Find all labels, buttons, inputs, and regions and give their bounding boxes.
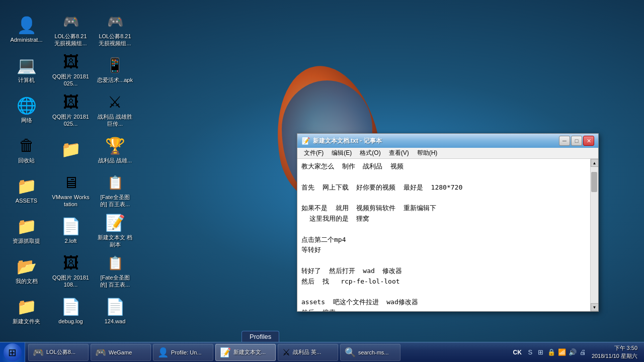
tray-clock[interactable]: 下午 3:50 2018/11/10 星期六 (589, 344, 640, 360)
resources-label: 资源抓取提 (13, 238, 40, 244)
computer-label: 计算机 (18, 77, 35, 83)
124wad-label: 124.wad (105, 318, 126, 325)
new-txt-label: 新建文本文 档副本 (96, 234, 134, 247)
menu-file[interactable]: 文件(F) (300, 148, 328, 158)
my-doc-icon: 📂 (17, 256, 37, 277)
start-button[interactable]: ⊞ (0, 342, 25, 363)
tray-icon-network[interactable]: 📶 (557, 348, 567, 357)
scroll-down-button[interactable]: ▼ (591, 303, 599, 311)
lol821-2-label: LOL公募8.21 无损视频组... (96, 33, 134, 46)
wegame-taskbar-icon: 🎮 (95, 347, 106, 358)
qq-photo-icon: 🖼 (61, 52, 81, 72)
tray-icon-volume[interactable]: 🔊 (568, 348, 577, 357)
tray-icon-lock[interactable]: 🔒 (547, 348, 556, 357)
notepad-menubar: 文件(F) 编辑(E) 格式(O) 查看(V) 帮助(H) (297, 148, 598, 159)
scrollbar-track[interactable] (591, 167, 598, 303)
taskbar-item-new-txt[interactable]: 📝 新建文本文... (215, 344, 276, 361)
network-icon: 🌐 (17, 96, 37, 116)
desktop-icon-resources[interactable]: 📁 资源抓取提 (5, 210, 48, 250)
desktop-icon-124wad[interactable]: 📄 124.wad (94, 291, 136, 331)
qq-img2-label: QQ图片 20181108... (52, 275, 90, 288)
taskbar-item-lol[interactable]: 🎮 LOL公募8... (28, 344, 89, 361)
battle-taskbar-label: 战利品 英... (293, 348, 321, 356)
tray-icon-s[interactable]: S (526, 348, 535, 357)
scrollbar-thumb[interactable] (591, 172, 597, 192)
desktop-icon-vmware[interactable]: 🖥 VMware Workstation (49, 170, 92, 210)
desktop-icon-network[interactable]: 🌐 网络 (5, 89, 48, 130)
124wad-icon: 📄 (105, 297, 125, 317)
lol-trophy-label: 战利品 战雄... (98, 157, 132, 164)
notepad-titlebar[interactable]: 📝 新建文本文档.txt - 记事本 ─ □ ✕ (297, 134, 598, 148)
qq-img-label: QQ图片 20181025... (52, 114, 90, 127)
warfare-icon: ⚔ (105, 92, 125, 112)
search-taskbar-label: search-ms... (358, 349, 389, 355)
taskbar-item-wegame[interactable]: 🎮 WeGame (91, 344, 151, 361)
menu-view[interactable]: 查看(V) (385, 148, 413, 158)
desktop-icon-folder1[interactable]: 📁 (49, 130, 92, 170)
tray-lang[interactable]: CK (511, 348, 524, 357)
desktop-icon-warfare[interactable]: ⚔ 战利品 战雄胜巨传... (94, 89, 136, 130)
profiles-tab[interactable]: Profiles (242, 331, 279, 342)
new-txt-icon: 📝 (105, 213, 125, 233)
lol-taskbar-icon: 🎮 (33, 347, 44, 358)
resources-icon: 📁 (17, 216, 37, 236)
desktop-icon-assets[interactable]: 📁 ASSETS (5, 170, 48, 210)
desktop-icon-lol-trophy[interactable]: 🏆 战利品 战雄... (94, 130, 136, 170)
new-folder-label: 新建文件夹 (13, 318, 40, 325)
tray-icon-print[interactable]: 🖨 (579, 348, 588, 357)
notepad-text-area[interactable]: 教大家怎么 制作 战利品 视频 首先 网上下载 好你要的视频 最好是 1280*… (297, 159, 590, 311)
tray-time-display: 下午 3:50 (614, 344, 637, 352)
lol-trophy-icon: 🏆 (105, 136, 125, 156)
desktop-icon-lol821-2[interactable]: 🎮 LOL公募8.21 无损视频组... (94, 9, 136, 49)
menu-help[interactable]: 帮助(H) (413, 148, 442, 158)
desktop-icon-2loft[interactable]: 📄 2.loft (49, 210, 92, 250)
notepad-content: 教大家怎么 制作 战利品 视频 首先 网上下载 好你要的视频 最好是 1280*… (297, 159, 598, 311)
my-doc-label: 我的文档 (16, 278, 38, 285)
taskbar-item-profile[interactable]: 👤 Profile: Un... (153, 344, 213, 361)
lol821-1-icon: 🎮 (61, 12, 81, 32)
desktop-icon-qq-img2[interactable]: 🖼 QQ图片 20181108... (49, 250, 92, 291)
vmware-label: VMware Workstation (52, 194, 90, 207)
notepad-window[interactable]: 📝 新建文本文档.txt - 记事本 ─ □ ✕ 文件(F) 编辑(E) 格式(… (297, 133, 599, 312)
taskbar-item-battle[interactable]: ⚔ 战利品 英... (278, 344, 338, 361)
minimize-button[interactable]: ─ (559, 136, 570, 146)
desktop-icon-fate2[interactable]: 📋 [Fate全圣图 的] 百王表... (94, 250, 136, 291)
desktop-icon-qq-img[interactable]: 🖼 QQ图片 20181025... (49, 89, 92, 130)
desktop-icon-computer[interactable]: 💻 计算机 (5, 49, 48, 89)
desktop-icon-qq-photo[interactable]: 🖼 QQ图片 20181025... (49, 49, 92, 89)
tray-icon-win[interactable]: ⊞ (536, 348, 545, 357)
desktop-icon-my-doc[interactable]: 📂 我的文档 (5, 250, 48, 291)
desktop-icon-lol821-1[interactable]: 🎮 LOL公募8.21 无损视频组... (49, 9, 92, 49)
menu-edit[interactable]: 编辑(E) (328, 148, 356, 158)
notepad-scrollbar[interactable]: ▲ ▼ (590, 159, 598, 311)
desktop-icon-new-txt[interactable]: 📝 新建文本文 档副本 (94, 210, 136, 250)
desktop-icon-administrator[interactable]: 👤 Administrat... (5, 9, 48, 49)
fate-icon: 📋 (105, 172, 125, 193)
assets-icon: 📁 (17, 176, 37, 196)
maximize-button[interactable]: □ (571, 136, 582, 146)
network-label: 网络 (21, 117, 32, 124)
close-button[interactable]: ✕ (583, 136, 594, 146)
desktop-icon-lol-apk[interactable]: 📱 恋爱活术...apk (94, 49, 136, 89)
new-folder-icon: 📁 (17, 297, 37, 317)
desktop-icon-debug-log[interactable]: 📄 debug.log (49, 291, 92, 331)
desktop-icon-fate[interactable]: 📋 [Fate全圣图 的] 百王表... (94, 170, 136, 210)
search-taskbar-icon: 🔍 (345, 347, 356, 358)
taskbar-item-search[interactable]: 🔍 search-ms... (340, 344, 400, 361)
scroll-up-button[interactable]: ▲ (591, 159, 599, 167)
2loft-label: 2.loft (65, 238, 77, 244)
qq-img-icon: 🖼 (61, 92, 81, 112)
desktop-icon-recycle[interactable]: 🗑 回收站 (5, 130, 48, 170)
debug-log-label: debug.log (58, 318, 83, 325)
vmware-icon: 🖥 (61, 172, 81, 193)
profile-taskbar-icon: 👤 (157, 347, 169, 358)
debug-log-icon: 📄 (61, 297, 81, 317)
taskbar-tray: CK S ⊞ 🔒 📶 🔊 🖨 下午 3:50 2018/11/10 星期六 (507, 342, 644, 363)
desktop-icon-new-folder[interactable]: 📁 新建文件夹 (5, 291, 48, 331)
warfare-label: 战利品 战雄胜巨传... (96, 114, 134, 127)
menu-format[interactable]: 格式(O) (356, 148, 384, 158)
fate-label: [Fate全圣图 的] 百王表... (96, 194, 134, 207)
administrator-icon: 👤 (17, 15, 37, 35)
lol-taskbar-label: LOL公募8... (46, 348, 75, 356)
battle-taskbar-icon: ⚔ (282, 347, 290, 358)
